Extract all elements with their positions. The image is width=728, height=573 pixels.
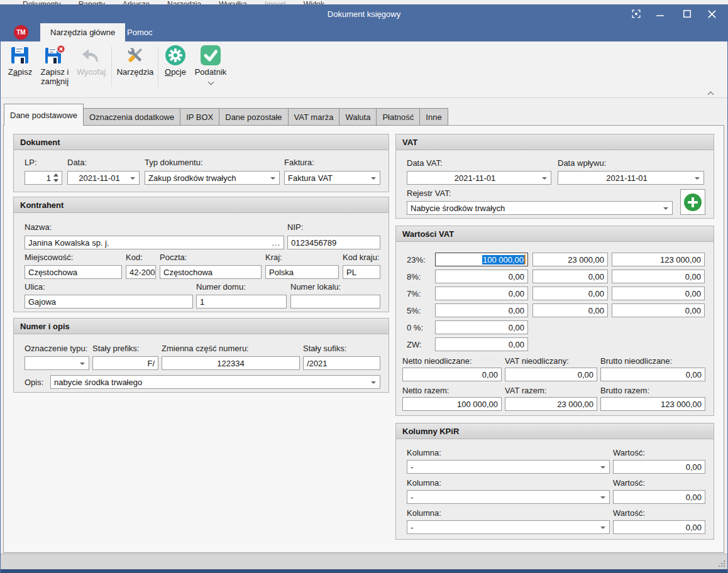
- selected-text: 100 000,00: [482, 255, 524, 265]
- document-tab-strip: Dane podstawowe Oznaczenia dodatkowe IP …: [4, 103, 448, 126]
- save-button[interactable]: Zapisz: [5, 45, 35, 77]
- ulica-field[interactable]: Gajowa: [25, 295, 193, 308]
- lp-label: LP:: [25, 158, 37, 167]
- brutto-nieodliczane-label: Brutto nieodliczane:: [600, 356, 672, 366]
- nip-field[interactable]: 0123456789: [287, 236, 380, 249]
- vat-nieodliczany-field[interactable]: 0,00: [505, 368, 597, 381]
- add-rejestr-button[interactable]: [680, 189, 705, 215]
- typ-dokumentu-label: Typ dokumentu:: [145, 158, 203, 167]
- app-logo[interactable]: TM: [14, 25, 28, 40]
- tab-oznaczenia-dodatkowe[interactable]: Oznaczenia dodatkowe: [83, 108, 180, 126]
- staly-sufiks-field[interactable]: /2021: [303, 356, 380, 370]
- vat-7-brutto-field[interactable]: 0,00: [612, 286, 705, 300]
- tab-inne[interactable]: Inne: [419, 108, 448, 126]
- ribbon-tab-help[interactable]: Pomoc: [117, 23, 162, 41]
- kolumna-combobox-3[interactable]: -: [407, 520, 610, 534]
- bg-menu-item: Wysyłka: [219, 0, 247, 4]
- vat-rate-label: ZW:: [407, 340, 422, 349]
- vat-8-netto-field[interactable]: 0,00: [435, 270, 528, 283]
- chevron-up-icon: [708, 92, 714, 98]
- faktura-combobox[interactable]: Faktura VAT: [284, 171, 380, 185]
- vat-5-netto-field[interactable]: 0,00: [435, 303, 528, 317]
- staly-prefiks-field[interactable]: F/: [92, 356, 158, 370]
- kod-kraju-field[interactable]: PL: [343, 265, 380, 279]
- tab-ip-box[interactable]: IP BOX: [180, 108, 219, 126]
- vat-23-brutto-field[interactable]: 123 000,00: [612, 253, 705, 266]
- combo-arrow-icon: [600, 496, 605, 499]
- ulica-label: Ulica:: [25, 282, 45, 292]
- netto-nieodliczane-field[interactable]: 0,00: [402, 368, 502, 381]
- options-label: Opcje: [161, 67, 190, 77]
- collapse-ribbon-button[interactable]: [709, 88, 713, 99]
- vat-zw-netto-field[interactable]: 0,00: [435, 337, 528, 351]
- vat-7-vat-field[interactable]: 0,00: [532, 286, 608, 300]
- nazwa-field[interactable]: Janina Kowalska sp. j. ...: [25, 236, 284, 249]
- window-left-border: [0, 4, 1, 573]
- kod-field[interactable]: 42-200: [126, 265, 156, 279]
- browse-button[interactable]: ...: [272, 238, 280, 248]
- group-numer-i-opis-header: Numer i opis: [14, 319, 389, 334]
- wartosc-field-1[interactable]: 0,00: [613, 460, 705, 474]
- group-vat: VAT Data VAT: Data wpływu: 2021-11-01 20…: [395, 134, 714, 219]
- zmienna-czesc-label: Zmienna część numeru:: [162, 344, 249, 353]
- tab-waluta[interactable]: Waluta: [339, 108, 377, 126]
- minimize-button[interactable]: [649, 4, 671, 23]
- ribbon-separator: [158, 46, 158, 87]
- vat-8-brutto-field[interactable]: 0,00: [612, 270, 705, 283]
- group-vat-header: VAT: [396, 134, 714, 150]
- wartosc-field-2[interactable]: 0,00: [613, 490, 705, 504]
- vat-8-vat-field[interactable]: 0,00: [532, 270, 608, 283]
- tab-dane-pozostale[interactable]: Dane pozostałe: [219, 108, 288, 126]
- numer-lokalu-field[interactable]: [290, 295, 380, 308]
- vat-0-netto-field[interactable]: 0,00: [435, 320, 528, 334]
- spinner-arrows-icon[interactable]: [52, 173, 60, 182]
- tab-dane-podstawowe[interactable]: Dane podstawowe: [4, 104, 84, 126]
- minimize-icon: [656, 9, 665, 18]
- wartosc-field-3[interactable]: 0,00: [613, 520, 705, 534]
- poczta-field[interactable]: Częstochowa: [160, 265, 262, 279]
- lp-stepper[interactable]: 1: [25, 171, 62, 185]
- bg-menu-item: Dokumenty: [23, 0, 61, 4]
- options-button[interactable]: Opcje: [161, 45, 190, 77]
- vat-23-netto-field[interactable]: 100 000,00: [435, 253, 528, 266]
- group-kontrahent-header: Kontrahent: [14, 197, 389, 213]
- save-and-close-button[interactable]: Zapisz i zamknij: [37, 45, 72, 86]
- vat-23-vat-field[interactable]: 23 000,00: [532, 253, 608, 266]
- vat-7-netto-field[interactable]: 0,00: [435, 286, 528, 300]
- maximize-button[interactable]: [676, 4, 698, 23]
- kolumna-combobox-1[interactable]: -: [407, 460, 610, 474]
- tab-platnosc[interactable]: Płatność: [376, 108, 420, 126]
- data-vat-combobox[interactable]: 2021-11-01: [407, 171, 551, 185]
- group-wartosci-vat: Wartości VAT 23%: 100 000,00 23 000,00 1…: [395, 226, 714, 416]
- brutto-nieodliczane-field[interactable]: 0,00: [600, 368, 705, 381]
- text-caret: [524, 254, 526, 265]
- opis-combobox[interactable]: nabycie środka trwałego: [50, 375, 380, 389]
- combo-arrow-icon: [695, 177, 700, 180]
- netto-razem-label: Netto razem:: [402, 386, 449, 395]
- data-vat-label: Data VAT:: [407, 158, 443, 168]
- capture-icon[interactable]: [626, 4, 647, 23]
- data-wplywu-combobox[interactable]: 2021-11-01: [558, 171, 704, 185]
- vat-5-brutto-field[interactable]: 0,00: [612, 303, 705, 317]
- bg-menu-item: Widok: [304, 0, 324, 4]
- kolumna-label: Kolumna:: [407, 508, 441, 518]
- ribbon-tab-main[interactable]: Narzędzia główne: [40, 23, 125, 41]
- rejestr-vat-combobox[interactable]: Nabycie środków trwałych: [407, 201, 673, 215]
- group-dokument: Dokument LP: Data: Typ dokumentu: Faktur…: [13, 134, 389, 192]
- data-combobox[interactable]: 2021-11-01: [67, 171, 140, 185]
- resize-grip[interactable]: [717, 559, 725, 567]
- miejscowosc-field[interactable]: Częstochowa: [25, 265, 122, 279]
- taxpayer-button[interactable]: Podatnik: [192, 45, 229, 86]
- tab-vat-marza[interactable]: VAT marża: [288, 108, 340, 126]
- undo-icon: [75, 45, 108, 67]
- close-button[interactable]: [701, 4, 722, 23]
- tools-button[interactable]: Narzędzia: [116, 45, 155, 77]
- typ-dokumentu-combobox[interactable]: Zakup środków trwałych: [145, 171, 280, 185]
- oznaczenie-typu-combobox[interactable]: [25, 356, 89, 370]
- kraj-field[interactable]: Polska: [265, 265, 339, 279]
- check-icon: [192, 45, 229, 67]
- zmienna-czesc-field[interactable]: 122334: [162, 356, 300, 370]
- kolumna-combobox-2[interactable]: -: [407, 490, 610, 504]
- numer-domu-field[interactable]: 1: [196, 295, 287, 308]
- vat-5-vat-field[interactable]: 0,00: [532, 303, 608, 317]
